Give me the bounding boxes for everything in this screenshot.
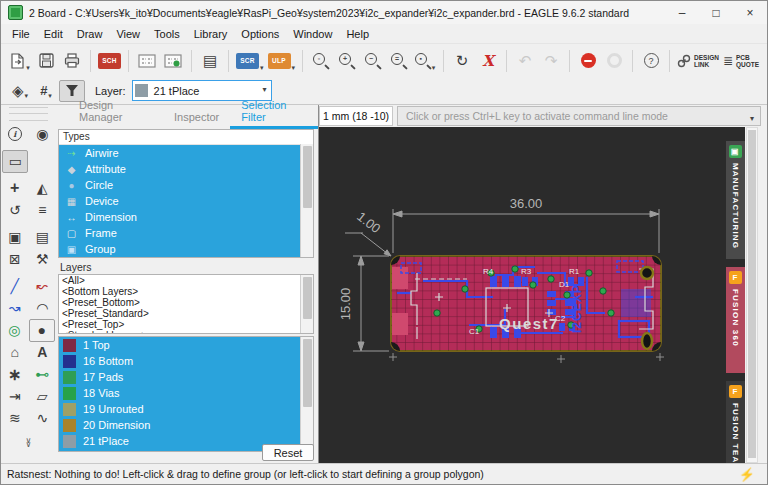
design-link-button[interactable]: DESIGN LINK bbox=[675, 48, 721, 74]
menu-draw[interactable]: Draw bbox=[70, 26, 110, 42]
eye-button[interactable]: ◉ bbox=[30, 124, 54, 145]
zoom-redraw-icon: = bbox=[391, 53, 407, 69]
layer-set-item[interactable]: <Preset_Bottom> bbox=[59, 297, 313, 308]
info-button[interactable]: i bbox=[3, 124, 27, 145]
change-tool[interactable]: ≡ bbox=[30, 200, 54, 221]
canvas-vertical-scrollbar[interactable] bbox=[746, 127, 758, 463]
layer-item-vias[interactable]: 18 Vias bbox=[59, 385, 313, 401]
copy-tool[interactable]: ▣ bbox=[3, 227, 27, 248]
cam-processor-button[interactable]: ▤ bbox=[197, 48, 223, 74]
tab-selection-filter[interactable]: Selection Filter bbox=[230, 95, 318, 129]
zoom-in-button[interactable]: + bbox=[334, 48, 360, 74]
layers-scrollbar[interactable] bbox=[300, 337, 313, 451]
minimize-button[interactable]: – bbox=[665, 2, 699, 24]
run-script-button[interactable]: SCR ▾ bbox=[234, 48, 266, 74]
menu-view[interactable]: View bbox=[109, 26, 147, 42]
refresh-button[interactable]: ↻ bbox=[449, 48, 475, 74]
menu-library[interactable]: Library bbox=[187, 26, 235, 42]
layer-item-pads[interactable]: 17 Pads bbox=[59, 369, 313, 385]
layer-item-top[interactable]: 1 Top bbox=[59, 337, 313, 353]
scrollbar-thumb[interactable] bbox=[748, 130, 756, 458]
layer-settings-button[interactable]: ◈▾ bbox=[7, 80, 33, 102]
run-ulp-button[interactable]: ULP ▾ bbox=[266, 48, 298, 74]
ratsnest-tool[interactable]: ∗ bbox=[3, 364, 27, 385]
layer-item-unrouted[interactable]: 19 Unrouted bbox=[59, 401, 313, 417]
wire-tool[interactable]: ╱ bbox=[3, 276, 27, 297]
zoom-redraw-button[interactable]: = bbox=[386, 48, 412, 74]
polygon-pour-tool[interactable]: ▱ bbox=[30, 386, 54, 407]
stop-button[interactable] bbox=[575, 48, 601, 74]
rotate-tool[interactable]: ↺ bbox=[3, 200, 27, 221]
layer-sets-scrollbar[interactable] bbox=[300, 275, 313, 333]
command-line[interactable]: Click or press Ctrl+L key to activate co… bbox=[397, 106, 761, 126]
tab-design-manager[interactable]: Design Manager bbox=[68, 95, 163, 129]
circle-tool[interactable]: ● bbox=[29, 319, 55, 342]
save-button[interactable] bbox=[33, 48, 59, 74]
paste-tool[interactable]: ▤ bbox=[30, 227, 54, 248]
dimension-tool[interactable]: ⇥ bbox=[3, 386, 27, 407]
zoom-fit-button[interactable]: ▫ bbox=[308, 48, 334, 74]
text-tool[interactable]: A bbox=[30, 342, 54, 363]
more-tools-button[interactable]: ∨∨ bbox=[1, 439, 56, 447]
library-manager-button[interactable] bbox=[134, 48, 160, 74]
switch-to-schematic-button[interactable]: SCH bbox=[96, 48, 123, 74]
via-tool[interactable]: ◎ bbox=[2, 320, 26, 341]
close-button[interactable]: × bbox=[733, 2, 767, 24]
grid-button[interactable]: #▾ bbox=[33, 80, 59, 102]
open-file-button[interactable]: ▾ bbox=[7, 48, 33, 74]
redo-button[interactable]: ↷ bbox=[538, 48, 564, 74]
zoom-out-button[interactable]: − bbox=[360, 48, 386, 74]
mirror-tool[interactable]: ◭ bbox=[30, 178, 54, 199]
move-tool[interactable]: + bbox=[3, 178, 27, 199]
meander-tool[interactable]: ≋ bbox=[3, 408, 27, 429]
undo-button[interactable]: ↶ bbox=[512, 48, 538, 74]
group-select-tool[interactable]: ▭ bbox=[2, 150, 28, 173]
types-scrollbar[interactable] bbox=[300, 144, 313, 257]
library-update-button[interactable] bbox=[160, 48, 186, 74]
type-item-circle[interactable]: ●Circle bbox=[59, 177, 313, 193]
go-button[interactable] bbox=[601, 48, 627, 74]
layer-set-item[interactable]: <Preset_Standard> bbox=[59, 308, 313, 319]
layer-set-item[interactable]: <Preset_Top> bbox=[59, 319, 313, 330]
type-item-dimension[interactable]: ↔Dimension bbox=[59, 209, 313, 225]
delete-tool[interactable]: ⊠ bbox=[3, 249, 27, 270]
menu-file[interactable]: File bbox=[5, 26, 37, 42]
polygon-tool[interactable]: ⌂ bbox=[3, 342, 27, 363]
run-command-x-button[interactable]: X bbox=[475, 48, 501, 74]
type-item-attribute[interactable]: ◆Attribute bbox=[59, 161, 313, 177]
maximize-button[interactable]: □ bbox=[699, 2, 733, 24]
diffpair-tool[interactable]: ∿ bbox=[30, 408, 54, 429]
layer-item-bottom[interactable]: 16 Bottom bbox=[59, 353, 313, 369]
menu-help[interactable]: Help bbox=[339, 26, 376, 42]
tab-inspector[interactable]: Inspector bbox=[163, 107, 230, 129]
type-item-device[interactable]: ▦Device bbox=[59, 193, 313, 209]
pcb-board[interactable]: R4 R3 R1 D1 C1 C2 Quest7 I2CEXP bbox=[382, 247, 670, 360]
design-link-label: DESIGN LINK bbox=[694, 54, 719, 68]
pcb-canvas[interactable]: 36.00 15.00 1.00 bbox=[319, 127, 745, 463]
command-line-hint: Click or press Ctrl+L key to activate co… bbox=[406, 110, 668, 122]
zoom-select-button[interactable]: ▪▾ bbox=[412, 48, 438, 74]
print-button[interactable] bbox=[59, 48, 85, 74]
tab-fusion-360[interactable]: F FUSION 360 bbox=[726, 267, 745, 373]
help-button[interactable]: ? bbox=[638, 48, 664, 74]
menu-window[interactable]: Window bbox=[286, 26, 339, 42]
tab-manufacturing[interactable]: ▣ MANUFACTURING bbox=[726, 141, 745, 259]
ripup-tool[interactable]: ↜ bbox=[30, 276, 54, 297]
layer-set-item[interactable]: <Bottom Layers> bbox=[59, 286, 313, 297]
type-item-airwire[interactable]: ⇢Airwire bbox=[59, 145, 313, 161]
pcb-quote-button[interactable]: ≣ PCB QUOTE bbox=[721, 48, 761, 74]
miter-tool[interactable]: ◠ bbox=[30, 298, 54, 319]
menu-options[interactable]: Options bbox=[234, 26, 286, 42]
route-tool[interactable]: ↝ bbox=[3, 298, 27, 319]
type-item-frame[interactable]: ▢Frame bbox=[59, 225, 313, 241]
signal-tool[interactable]: ⊷ bbox=[30, 364, 54, 385]
palette-grip[interactable] bbox=[9, 107, 48, 121]
wrench-tool[interactable]: ⚒ bbox=[30, 249, 54, 270]
layer-item-dimension[interactable]: 20 Dimension bbox=[59, 417, 313, 433]
type-item-group[interactable]: ▣Group bbox=[59, 241, 313, 257]
menu-tools[interactable]: Tools bbox=[147, 26, 187, 42]
layer-set-item[interactable]: <All> bbox=[59, 275, 313, 286]
reset-button[interactable]: Reset bbox=[262, 444, 314, 461]
menu-edit[interactable]: Edit bbox=[37, 26, 70, 42]
layer-set-item[interactable]: <Standard Layers> bbox=[59, 330, 313, 334]
